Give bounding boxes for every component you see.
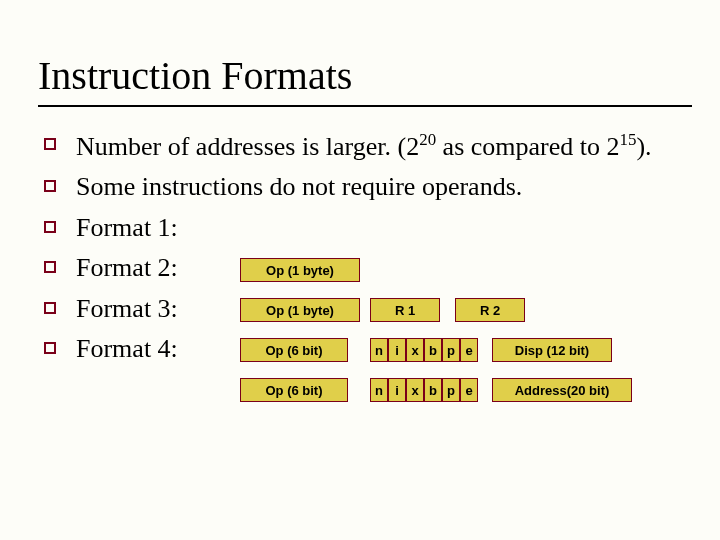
f3-flag-x: x [406,338,424,362]
f3-flag-b: b [424,338,442,362]
f4-addr: Address(20 bit) [492,378,632,402]
slide-title: Instruction Formats [38,52,692,99]
f4-flag-e: e [460,378,478,402]
bullet-1-text-c: ). [636,132,651,161]
f2-r1: R 1 [370,298,440,322]
bullet-4: Format 2: [38,252,692,285]
bullet-1-text-a: Number of addresses is larger. (2 [76,132,419,161]
f4-flag-p: p [442,378,460,402]
f3-disp: Disp (12 bit) [492,338,612,362]
format-4-label: Format 4: [76,334,178,363]
format-2-label: Format 2: [76,253,178,282]
slide: Instruction Formats Number of addresses … [0,0,720,540]
f3-flag-i: i [388,338,406,362]
f2-op: Op (1 byte) [240,298,360,322]
format-1-label: Format 1: [76,213,178,242]
bullet-1-text-b: as compared to 2 [436,132,619,161]
f4-flag-n: n [370,378,388,402]
format-3-label: Format 3: [76,294,178,323]
f3-op: Op (6 bit) [240,338,348,362]
f1-op: Op (1 byte) [240,258,360,282]
bullet-2: Some instructions do not require operand… [38,171,692,204]
bullet-list: Number of addresses is larger. (220 as c… [38,129,692,366]
f3-flag-p: p [442,338,460,362]
f4-flag-b: b [424,378,442,402]
f4-flag-x: x [406,378,424,402]
bullet-1-sup2: 15 [620,130,637,149]
f3-flag-n: n [370,338,388,362]
bullet-5: Format 3: [38,293,692,326]
f2-r2: R 2 [455,298,525,322]
f3-flag-e: e [460,338,478,362]
bullet-1: Number of addresses is larger. (220 as c… [38,129,692,163]
bullet-1-sup1: 20 [419,130,436,149]
f4-op: Op (6 bit) [240,378,348,402]
bullet-3: Format 1: [38,212,692,245]
f4-flag-i: i [388,378,406,402]
title-rule [38,105,692,107]
